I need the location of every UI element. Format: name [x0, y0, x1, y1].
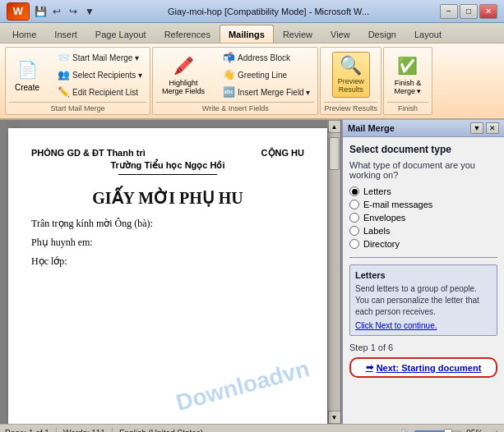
- start-mail-merge-group-label: Start Mail Merge: [9, 102, 146, 113]
- ribbon-group-write-insert: 🖍️ HighlightMerge Fields 📬 Address Block…: [152, 47, 318, 115]
- finish-merge-button[interactable]: ✅ Finish &Merge ▾: [388, 52, 427, 98]
- next-label: Next: Starting document: [377, 363, 482, 373]
- write-insert-group-label: Write & Insert Fields: [156, 102, 314, 113]
- quick-access-toolbar: 💾 ↩ ↪ ▼: [33, 4, 97, 19]
- zoom-minus-btn[interactable]: −: [486, 429, 491, 432]
- undo-quick-btn[interactable]: ↩: [49, 4, 64, 19]
- address-block-button[interactable]: 📬 Address Block: [218, 49, 314, 66]
- radio-directory[interactable]: Directory: [349, 239, 497, 249]
- letters-title: Letters: [355, 270, 492, 280]
- address-block-icon: 📬: [222, 51, 235, 64]
- org-right: CỘNG HU: [261, 148, 304, 159]
- edit-recipient-icon: ✏️: [57, 85, 70, 99]
- tab-design[interactable]: Design: [359, 25, 405, 43]
- tab-layout[interactable]: Layout: [405, 25, 451, 43]
- radio-labels-circle: [349, 226, 359, 236]
- highlight-label: HighlightMerge Fields: [162, 79, 205, 95]
- insert-merge-field-button[interactable]: 🔤 Insert Merge Field ▾: [218, 84, 314, 100]
- preview-group-label: Preview Results: [324, 102, 377, 113]
- ribbon-group-finish: ✅ Finish &Merge ▾ Finish: [383, 47, 432, 115]
- create-button[interactable]: 📄 Create: [9, 56, 45, 94]
- radio-group: Letters E-mail messages Envelopes Labels…: [349, 186, 497, 249]
- radio-directory-label: Directory: [363, 239, 400, 249]
- radio-email[interactable]: E-mail messages: [349, 200, 497, 209]
- panel-menu-btn[interactable]: ▼: [470, 122, 483, 134]
- tab-mailings[interactable]: Mailings: [220, 25, 274, 43]
- zoom-plus-btn[interactable]: +: [494, 429, 499, 432]
- save-quick-btn[interactable]: 💾: [33, 4, 48, 19]
- radio-envelopes-circle: [349, 213, 359, 223]
- scroll-up-btn[interactable]: ▲: [328, 120, 341, 133]
- select-recipients-button[interactable]: 👥 Select Recipients ▾: [53, 67, 146, 83]
- watermark: Downloadvn: [173, 356, 312, 416]
- finish-label: Finish &Merge ▾: [394, 79, 421, 95]
- letters-desc: Send letters to a group of people. You c…: [355, 283, 492, 318]
- ribbon-group-preview: 🔍 PreviewResults Preview Results: [320, 47, 381, 115]
- mail-merge-panel: Mail Merge ▼ ✕ Select document type What…: [341, 120, 504, 424]
- language-status: English (United States): [119, 429, 203, 432]
- next-button[interactable]: ➡ Next: Starting document: [349, 357, 497, 378]
- tab-review[interactable]: Review: [274, 25, 321, 43]
- tab-home[interactable]: Home: [3, 25, 45, 43]
- doc-line-1: Trân trọng kính mời Ông (bà):: [31, 218, 304, 230]
- start-mail-merge-label: Start Mail Merge ▾: [72, 53, 139, 62]
- highlight-merge-fields-button[interactable]: 🖍️ HighlightMerge Fields: [156, 52, 210, 98]
- create-label: Create: [15, 83, 39, 92]
- greeting-line-button[interactable]: 👋 Greeting Line: [218, 67, 314, 83]
- tab-view[interactable]: View: [321, 25, 359, 43]
- radio-letters[interactable]: Letters: [349, 186, 497, 196]
- doc-school: Trường Tiểu học Ngọc Hồi: [31, 160, 304, 171]
- preview-results-button[interactable]: 🔍 PreviewResults: [332, 52, 370, 98]
- radio-email-circle: [349, 200, 359, 209]
- scroll-down-btn[interactable]: ▼: [328, 411, 341, 424]
- status-right: 🔍 95% − +: [400, 429, 499, 432]
- select-recipients-icon: 👥: [57, 68, 70, 81]
- panel-title-bar: Mail Merge ▼ ✕: [343, 120, 504, 137]
- maximize-button[interactable]: □: [460, 4, 478, 19]
- window-controls: − □ ✕: [440, 4, 497, 19]
- document-page: PHÒNG GD & ĐT Thanh trì CỘNG HU Trường T…: [8, 128, 327, 424]
- preview-icon: 🔍: [340, 55, 362, 76]
- vertical-scrollbar[interactable]: ▲ ▼: [327, 120, 340, 424]
- zoom-level: 95%: [466, 429, 483, 432]
- scroll-thumb[interactable]: [329, 137, 340, 170]
- panel-controls: ▼ ✕: [470, 122, 499, 134]
- letters-link[interactable]: Click Next to continue.: [355, 321, 492, 330]
- radio-email-label: E-mail messages: [363, 200, 432, 209]
- edit-recipient-list-button[interactable]: ✏️ Edit Recipient List: [53, 84, 146, 100]
- preview-buttons: 🔍 PreviewResults: [332, 49, 370, 100]
- finish-group-label: Finish: [387, 102, 428, 113]
- doc-line-2: Phụ huynh em:: [31, 237, 304, 249]
- start-mail-merge-buttons: 📄 Create 📨 Start Mail Merge ▾ 👥 Select R…: [9, 49, 146, 100]
- close-button[interactable]: ✕: [479, 4, 497, 19]
- insert-fields-small-btns: 📬 Address Block 👋 Greeting Line 🔤 Insert…: [218, 49, 314, 100]
- panel-divider: [349, 257, 497, 258]
- minimize-button[interactable]: −: [440, 4, 458, 19]
- radio-letters-label: Letters: [363, 186, 391, 196]
- doc-underline: [118, 174, 217, 175]
- select-recipients-label: Select Recipients ▾: [72, 71, 142, 80]
- tab-insert[interactable]: Insert: [45, 25, 86, 43]
- start-mail-merge-button[interactable]: 📨 Start Mail Merge ▾: [53, 49, 146, 66]
- words-status: Words: 111: [63, 429, 105, 432]
- panel-close-btn[interactable]: ✕: [486, 122, 499, 134]
- status-sep1: [56, 428, 57, 433]
- tab-references[interactable]: References: [155, 25, 220, 43]
- zoom-handle[interactable]: [444, 429, 452, 433]
- window-title: Giay-moi-hop [Compatibility Mode] - Micr…: [97, 7, 440, 16]
- customize-quick-btn[interactable]: ▼: [82, 4, 97, 19]
- tab-pagelayout[interactable]: Page Layout: [86, 25, 155, 43]
- panel-title: Mail Merge: [348, 123, 395, 133]
- insert-merge-label: Insert Merge Field ▾: [238, 88, 310, 97]
- finish-icon: ✅: [396, 54, 419, 77]
- letters-section: Letters Send letters to a group of peopl…: [349, 264, 497, 336]
- radio-labels[interactable]: Labels: [349, 226, 497, 236]
- panel-question: What type of document are you working on…: [349, 160, 497, 180]
- doc-line-3: Học lớp:: [31, 255, 304, 268]
- status-bar: Page: 1 of 1 Words: 111 English (United …: [0, 424, 504, 432]
- redo-quick-btn[interactable]: ↪: [66, 4, 81, 19]
- zoom-icons: 🔍: [400, 429, 410, 432]
- office-button[interactable]: W: [7, 2, 30, 21]
- radio-envelopes[interactable]: Envelopes: [349, 213, 497, 223]
- greeting-label: Greeting Line: [238, 71, 287, 80]
